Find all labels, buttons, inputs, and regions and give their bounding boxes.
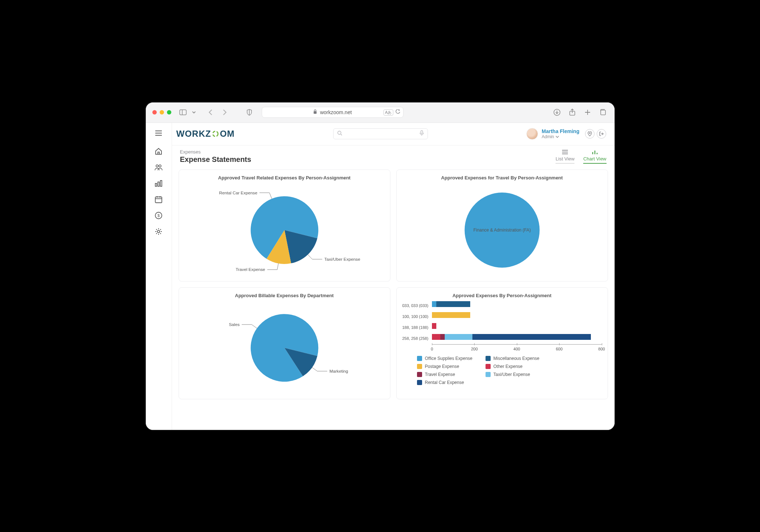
share-icon[interactable] <box>567 107 577 117</box>
app-logo[interactable]: WORKZ OM <box>176 129 235 139</box>
app-search[interactable] <box>333 128 428 139</box>
logout-icon[interactable] <box>597 129 606 139</box>
left-nav-rail: $ <box>146 123 172 430</box>
bar-segment[interactable] <box>432 334 440 340</box>
microphone-icon[interactable] <box>420 130 424 137</box>
downloads-icon[interactable] <box>552 107 562 117</box>
axis-tick-label: 800 <box>598 347 605 351</box>
legend-label: Office Supplies Expense <box>425 356 473 361</box>
legend-swatch <box>417 372 422 377</box>
pie-slice-label: Rental Car Expense <box>219 190 257 195</box>
chart-legend: Office Supplies ExpenseMiscellaneous Exp… <box>402 356 602 385</box>
home-icon[interactable] <box>153 146 164 156</box>
axis-tick-label: 0 <box>431 347 433 351</box>
new-tab-icon[interactable] <box>582 107 593 117</box>
tabs-overview-icon[interactable] <box>598 107 608 117</box>
pie-center-label: Finance & Administration (FA) <box>473 228 531 233</box>
logo-text-left: WORKZ <box>176 129 211 139</box>
breadcrumb[interactable]: Expenses <box>180 149 252 155</box>
bar-segment[interactable] <box>472 334 591 340</box>
bar-row[interactable] <box>432 300 601 308</box>
legend-item[interactable]: Rental Car Expense <box>417 380 475 385</box>
pie-chart[interactable]: Rental Car ExpenseTaxi/Uber ExpenseTrave… <box>185 183 384 277</box>
chart-title: Approved Expenses By Person-Assignment <box>402 293 602 298</box>
svg-line-29 <box>341 134 342 135</box>
svg-rect-17 <box>155 183 157 186</box>
chart-card-by-assignment-bar: Approved Expenses By Person-Assignment 0… <box>396 287 608 399</box>
svg-rect-30 <box>421 131 422 133</box>
legend-item[interactable]: Miscellaneous Expense <box>486 356 544 361</box>
legend-label: Travel Expense <box>425 372 455 377</box>
legend-swatch <box>486 356 491 361</box>
translate-icon[interactable]: Aあ <box>383 109 393 116</box>
bar-segment[interactable] <box>440 334 445 340</box>
pie-chart[interactable]: SalesMarketing <box>185 300 384 395</box>
search-input[interactable] <box>345 131 417 137</box>
minimize-window-button[interactable] <box>160 110 164 114</box>
bar-segment[interactable] <box>432 323 436 329</box>
chart-card-travel-related: Approved Travel Related Expenses By Pers… <box>179 170 390 281</box>
gear-icon[interactable] <box>153 226 164 237</box>
tab-label: List View <box>556 156 574 162</box>
chart-title: Approved Billable Expenses By Department <box>185 293 384 298</box>
calendar-icon[interactable] <box>153 194 164 205</box>
sidebar-toggle-icon[interactable] <box>178 107 188 117</box>
user-name[interactable]: Martha Fleming <box>542 128 579 134</box>
tab-chart-view[interactable]: Chart View <box>583 149 606 164</box>
legend-label: Postage Expense <box>425 364 459 369</box>
chevron-down-icon[interactable] <box>189 107 199 117</box>
bar-row[interactable] <box>432 311 601 319</box>
menu-icon[interactable] <box>153 128 164 138</box>
pie-chart[interactable]: Finance & Administration (FA) <box>402 183 602 277</box>
legend-item[interactable]: Office Supplies Expense <box>417 356 475 361</box>
bar-chart[interactable]: 033, 033 (033)100, 100 (100)188, 188 (18… <box>402 300 602 352</box>
axis-tick-label: 600 <box>556 347 562 351</box>
analytics-icon[interactable] <box>153 178 164 189</box>
bar-row[interactable] <box>432 333 601 341</box>
nav-back-button[interactable] <box>206 107 216 117</box>
svg-rect-10 <box>601 110 605 115</box>
svg-text:$: $ <box>157 213 160 218</box>
user-role-dropdown[interactable]: Admin <box>542 134 579 139</box>
nav-forward-button[interactable] <box>219 107 230 117</box>
avatar[interactable] <box>526 128 538 140</box>
bar-segment[interactable] <box>432 301 436 307</box>
pie-slice-label: Sales <box>229 322 239 326</box>
svg-rect-19 <box>160 180 162 186</box>
location-pin-icon[interactable] <box>585 129 595 139</box>
bar-segment[interactable] <box>445 334 472 340</box>
legend-swatch <box>417 356 422 361</box>
page-title: Expense Statements <box>180 155 252 164</box>
money-icon[interactable]: $ <box>153 210 164 221</box>
bar-segment[interactable] <box>436 301 470 307</box>
browser-window: workzoom.net Aあ <box>145 102 615 431</box>
svg-point-28 <box>338 131 341 135</box>
legend-label: Other Expense <box>494 364 523 369</box>
legend-label: Rental Car Expense <box>425 380 464 385</box>
legend-item[interactable]: Other Expense <box>486 364 544 369</box>
people-icon[interactable] <box>153 162 164 172</box>
tab-list-view[interactable]: List View <box>556 149 574 164</box>
legend-swatch <box>486 364 491 369</box>
pie-slice-label: Taxi/Uber Expense <box>324 256 360 261</box>
chevron-down-icon <box>556 135 559 138</box>
maximize-window-button[interactable] <box>167 110 171 114</box>
legend-item[interactable]: Postage Expense <box>417 364 475 369</box>
bar-category-label: 100, 100 (100) <box>402 313 429 320</box>
bar-row[interactable] <box>432 322 601 330</box>
chart-title: Approved Travel Related Expenses By Pers… <box>185 175 384 180</box>
pie-slice-label: Marketing <box>329 368 348 373</box>
svg-rect-20 <box>155 197 162 203</box>
shield-icon[interactable] <box>244 107 254 117</box>
svg-point-26 <box>157 230 160 232</box>
legend-item[interactable]: Taxi/Uber Expense <box>486 372 544 377</box>
address-bar[interactable]: workzoom.net Aあ <box>262 107 404 118</box>
close-window-button[interactable] <box>152 110 157 114</box>
bar-segment[interactable] <box>432 312 470 318</box>
legend-label: Taxi/Uber Expense <box>494 372 530 377</box>
chart-card-billable-by-dept: Approved Billable Expenses By Department… <box>179 287 390 399</box>
chart-card-travel-by-assignment: Approved Expenses for Travel By Person-A… <box>396 170 608 281</box>
legend-label: Miscellaneous Expense <box>494 356 539 361</box>
legend-item[interactable]: Travel Expense <box>417 372 475 377</box>
reload-icon[interactable] <box>395 109 400 116</box>
